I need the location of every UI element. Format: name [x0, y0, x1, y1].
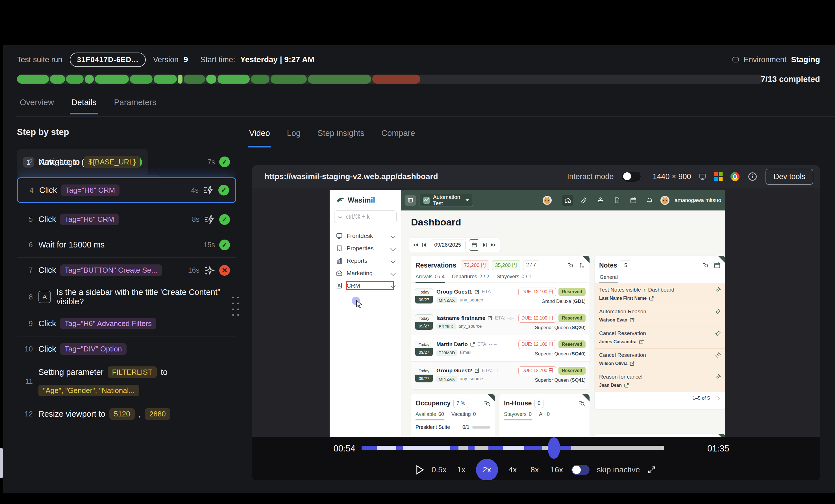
note-item[interactable]: Test Notes visible in DashboardLast Name… — [595, 283, 725, 305]
step-item-12[interactable]: 12Resize viewport to5120,2880 — [17, 401, 236, 427]
prev-day-icon[interactable] — [422, 243, 426, 247]
step-param-chip[interactable]: ${BASE_URL} — [84, 156, 140, 168]
fast-rewind-icon[interactable] — [413, 243, 419, 247]
reservation-row[interactable]: Today09/27Group Guest1ETA: --:--MINZAXan… — [411, 283, 590, 309]
sidebar-item-frontdesk[interactable]: Frontdesk — [330, 230, 401, 242]
app-search-input[interactable]: ctrl/⌘ + k — [334, 210, 396, 223]
user-avatar[interactable] — [660, 196, 670, 205]
sidebar-item-marketing[interactable]: Marketing — [330, 267, 401, 279]
calendar-icon[interactable] — [628, 195, 639, 206]
reservation-row[interactable]: Today09/27Martin DarioETA: --:--T29M3DEm… — [411, 335, 590, 362]
step-item-5[interactable]: 5ClickTag="H6" CRM8s✓ — [17, 207, 236, 232]
step-param-chip[interactable]: Tag="DIV" Option — [60, 343, 126, 355]
housekeeping-icon[interactable] — [578, 195, 590, 206]
sidebar-item-crm[interactable]: CRM — [330, 279, 401, 292]
external-link-icon[interactable] — [630, 361, 635, 366]
tab-parameters[interactable]: Parameters — [114, 98, 157, 115]
user-avatar[interactable] — [543, 196, 552, 205]
playhead[interactable] — [548, 437, 560, 459]
windows-icon[interactable] — [714, 172, 722, 181]
skip-inactive-toggle[interactable] — [571, 465, 590, 475]
step-item-4[interactable]: 4ClickTag="H6" CRM4s✓ — [17, 177, 236, 203]
step-param-chip[interactable]: Tag="H6" CRM — [61, 184, 120, 196]
step-item-9[interactable]: 9ClickTag="H6" Advanced Filters — [17, 311, 236, 337]
display-icon[interactable] — [699, 173, 706, 180]
step-param-chip[interactable]: 2880 — [145, 408, 170, 420]
note-item[interactable]: Cancel ReservationWilson Olivia — [595, 349, 725, 370]
play-icon[interactable] — [416, 465, 424, 475]
step-param-chip[interactable]: Tag="BUTTON" Create Se... — [60, 264, 162, 276]
speed-0.5x[interactable]: 0.5x — [432, 465, 447, 474]
filter-search-icon[interactable] — [702, 262, 709, 269]
reservation-row[interactable]: Today09/27Group Guest2ETA: --:--MINZAXan… — [411, 362, 590, 388]
external-link-icon[interactable] — [488, 316, 493, 321]
signage-icon[interactable] — [595, 195, 606, 206]
reservations-tab-departures[interactable]: Departures2 / 2 — [452, 274, 489, 283]
note-item[interactable]: Reason for cancelJean Dean — [595, 370, 725, 392]
step-item-2[interactable]: 2Navigate to${BASE_URL}7s✓ — [17, 149, 236, 175]
home-icon[interactable] — [562, 195, 573, 206]
chevron-right-icon[interactable] — [716, 396, 720, 401]
note-item[interactable]: Cancel ReservationJones Cassandra — [595, 327, 725, 349]
tab-overview[interactable]: Overview — [20, 98, 54, 115]
viewer-tab-step-insights[interactable]: Step insights — [318, 128, 364, 147]
occupancy-tab-available[interactable]: Available60 — [415, 411, 444, 420]
external-link-icon[interactable] — [639, 339, 644, 344]
notifications-icon[interactable] — [644, 195, 655, 206]
external-link-icon[interactable] — [624, 383, 629, 388]
step-param-chip[interactable]: Tag="H6" CRM — [60, 214, 119, 225]
speed-1x[interactable]: 1x — [454, 465, 469, 474]
fullscreen-icon[interactable] — [647, 465, 656, 474]
note-item[interactable]: Automation ReasonWatson Evan — [595, 305, 725, 327]
step-param-chip[interactable]: Tag="H6" Advanced Filters — [60, 318, 156, 329]
external-link-icon[interactable] — [470, 342, 475, 347]
notes-tab-general[interactable]: General — [599, 273, 618, 283]
external-link-icon[interactable] — [630, 318, 635, 323]
workspace-select[interactable]: Automation Test — [419, 194, 473, 207]
sidebar-item-properties[interactable]: Properties — [330, 242, 401, 255]
inhouse-tab-stayovers[interactable]: Stayovers0 — [504, 411, 532, 420]
pin-icon[interactable] — [715, 374, 721, 380]
step-item-8[interactable]: 8AIs the a sidebar with the title 'Creat… — [17, 283, 236, 311]
speed-4x[interactable]: 4x — [505, 465, 520, 474]
inhouse-tab-all[interactable]: All0 — [539, 411, 550, 420]
video-frame[interactable]: Wasimil ctrl/⌘ + k FrontdeskPropertiesRe… — [252, 188, 820, 437]
info-icon[interactable] — [748, 172, 758, 182]
reservations-tab-stayovers[interactable]: Stayovers0 / 1 — [496, 274, 531, 283]
page-scrollbar-thumb[interactable] — [0, 448, 3, 478]
sidebar-toggle-button[interactable] — [405, 195, 416, 206]
pin-icon[interactable] — [715, 308, 721, 315]
fast-forward-icon[interactable] — [491, 243, 496, 247]
viewer-tab-video[interactable]: Video — [249, 128, 270, 147]
sidebar-item-reports[interactable]: Reports — [330, 255, 401, 267]
step-item-10[interactable]: 10ClickTag="DIV" Option — [17, 337, 236, 362]
step-item-11[interactable]: 11Setting parameterFILTERLISTto"Age", "G… — [17, 362, 236, 401]
viewer-tab-compare[interactable]: Compare — [381, 128, 415, 147]
pin-icon[interactable] — [715, 330, 721, 337]
interact-mode-toggle[interactable] — [622, 171, 641, 182]
pin-icon[interactable] — [715, 352, 721, 358]
dev-tools-button[interactable]: Dev tools — [766, 169, 813, 185]
step-param-chip[interactable]: "Age", "Gender", "National... — [38, 385, 139, 396]
reservation-row[interactable]: Today09/27lastname firstnameETA: --:--ER… — [411, 309, 590, 335]
filter-search-icon[interactable] — [567, 262, 574, 269]
occupancy-tab-vacating[interactable]: Vacating0 — [451, 411, 476, 420]
external-link-icon[interactable] — [649, 296, 654, 301]
speed-2x[interactable]: 2x — [476, 459, 498, 480]
video-timeline[interactable] — [362, 446, 664, 450]
calendar-button[interactable] — [469, 239, 479, 250]
next-day-icon[interactable] — [483, 243, 487, 247]
external-link-icon[interactable] — [474, 289, 480, 295]
run-id-pill[interactable]: 31F0417D-6ED... — [70, 53, 146, 67]
speed-16x[interactable]: 16x — [549, 465, 564, 474]
step-param-chip[interactable]: 5120 — [109, 408, 135, 420]
chrome-icon[interactable] — [731, 172, 739, 181]
speed-8x[interactable]: 8x — [527, 465, 542, 474]
external-link-icon[interactable] — [474, 368, 480, 373]
tab-details[interactable]: Details — [72, 98, 97, 115]
step-item-6[interactable]: 6Wait for 15000 ms15s✓ — [17, 232, 236, 258]
date-input[interactable]: 09/26/2025 — [430, 240, 466, 250]
reservations-tab-arrivals[interactable]: Arrivals0 / 4 — [415, 274, 445, 283]
panel-resize-handle[interactable] — [232, 297, 240, 318]
viewer-tab-log[interactable]: Log — [287, 128, 301, 147]
